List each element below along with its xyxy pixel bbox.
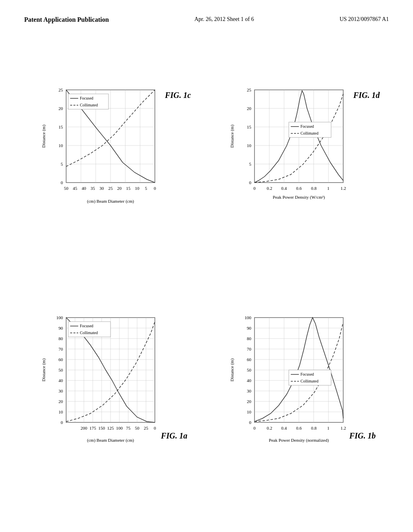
page-header: Patent Application Publication Apr. 26, …: [24, 16, 389, 23]
svg-text:90: 90: [58, 326, 63, 330]
svg-text:Collimated: Collimated: [300, 131, 318, 135]
svg-text:100: 100: [56, 315, 63, 320]
svg-text:90: 90: [247, 326, 252, 330]
svg-text:100: 100: [116, 426, 123, 430]
svg-text:0: 0: [249, 420, 251, 425]
svg-text:75: 75: [126, 426, 131, 430]
svg-text:40: 40: [81, 186, 86, 191]
svg-text:25: 25: [108, 186, 113, 191]
svg-text:Distance (m): Distance (m): [41, 125, 46, 148]
svg-text:200: 200: [80, 426, 87, 430]
svg-text:40: 40: [58, 378, 63, 383]
svg-text:Focused: Focused: [80, 324, 93, 328]
svg-text:50: 50: [247, 368, 252, 372]
svg-text:5: 5: [60, 162, 63, 166]
chart-fig1a: 0 10 20 30 40 50 60 70 80 90 100 0 25 50…: [24, 269, 200, 495]
svg-text:30: 30: [99, 186, 104, 191]
svg-text:0.2: 0.2: [267, 186, 272, 191]
svg-text:Distance (m): Distance (m): [41, 358, 46, 381]
svg-text:0: 0: [60, 420, 63, 425]
svg-text:Focused: Focused: [300, 124, 314, 129]
svg-text:30: 30: [247, 389, 252, 393]
publication-title: Patent Application Publication: [24, 16, 109, 23]
svg-text:0: 0: [253, 186, 256, 191]
svg-text:150: 150: [98, 426, 105, 430]
svg-text:10: 10: [58, 409, 63, 414]
svg-text:0: 0: [249, 180, 251, 185]
svg-text:25: 25: [58, 87, 63, 92]
page: Patent Application Publication Apr. 26, …: [0, 0, 413, 532]
svg-text:Collimated: Collimated: [80, 330, 98, 335]
svg-text:60: 60: [58, 357, 63, 362]
svg-text:FIG. 1d: FIG. 1d: [353, 91, 380, 100]
svg-text:40: 40: [247, 378, 252, 383]
svg-text:80: 80: [247, 336, 252, 341]
svg-text:35: 35: [90, 186, 95, 191]
svg-text:15: 15: [58, 125, 63, 129]
svg-text:30: 30: [58, 389, 63, 393]
svg-text:Focused: Focused: [300, 372, 314, 376]
svg-text:20: 20: [247, 106, 252, 111]
svg-text:125: 125: [107, 426, 114, 430]
charts-grid: 0 5 10 15 20 25 0 5 10 15 20 25 30 35 40…: [24, 35, 389, 495]
svg-text:FIG. 1b: FIG. 1b: [349, 431, 376, 440]
svg-text:80: 80: [58, 336, 63, 341]
svg-text:0.4: 0.4: [281, 186, 287, 191]
svg-text:20: 20: [247, 399, 252, 404]
svg-text:20: 20: [117, 186, 122, 191]
svg-text:15: 15: [126, 186, 131, 191]
svg-text:(cm) Beam Diameter (cm): (cm) Beam Diameter (cm): [87, 199, 134, 204]
svg-text:0.8: 0.8: [311, 426, 317, 430]
svg-text:0.6: 0.6: [296, 426, 302, 430]
svg-text:25: 25: [144, 426, 148, 430]
svg-text:10: 10: [135, 186, 140, 191]
svg-text:10: 10: [247, 143, 252, 148]
svg-text:70: 70: [247, 347, 252, 351]
chart-fig1c: 0 5 10 15 20 25 0 5 10 15 20 25 30 35 40…: [24, 35, 200, 261]
svg-text:0.2: 0.2: [267, 426, 272, 430]
svg-text:10: 10: [58, 143, 63, 148]
svg-text:0.6: 0.6: [296, 186, 302, 191]
svg-text:Distance (m): Distance (m): [229, 125, 235, 148]
svg-text:15: 15: [247, 125, 252, 129]
chart-fig1b: 0 10 20 30 40 50 60 70 80 90 100 0 0.2 0…: [213, 269, 389, 495]
svg-text:5: 5: [249, 162, 251, 166]
svg-text:70: 70: [58, 347, 63, 351]
svg-text:0: 0: [154, 186, 156, 191]
svg-text:20: 20: [58, 399, 63, 404]
publication-date: Apr. 26, 2012 Sheet 1 of 6: [194, 16, 254, 23]
svg-text:Distance (m): Distance (m): [229, 358, 235, 381]
svg-text:1: 1: [327, 426, 330, 430]
svg-text:0: 0: [154, 426, 156, 430]
svg-text:Peak Power Density (W/cm²): Peak Power Density (W/cm²): [273, 195, 325, 200]
svg-text:0.8: 0.8: [311, 186, 317, 191]
svg-text:60: 60: [247, 357, 252, 362]
svg-text:100: 100: [244, 315, 251, 320]
svg-text:25: 25: [247, 87, 252, 92]
svg-text:FIG. 1a: FIG. 1a: [161, 431, 188, 440]
svg-text:1.2: 1.2: [340, 186, 346, 191]
svg-text:0: 0: [253, 426, 256, 430]
chart-fig1d: 0 5 10 15 20 25 0 0.2 0.4 0.6 0.8 1 1.2 …: [213, 35, 389, 261]
svg-text:Collimated: Collimated: [300, 379, 318, 383]
svg-text:Focused: Focused: [80, 96, 93, 100]
svg-text:175: 175: [89, 426, 96, 430]
svg-text:10: 10: [247, 409, 252, 414]
svg-text:5: 5: [145, 186, 147, 191]
svg-text:Peak Power Density (normalized: Peak Power Density (normalized): [269, 438, 329, 443]
svg-text:50: 50: [64, 186, 69, 191]
svg-text:FIG. 1c: FIG. 1c: [165, 91, 191, 100]
svg-text:45: 45: [73, 186, 77, 191]
svg-text:50: 50: [58, 368, 63, 372]
svg-text:Collimated: Collimated: [80, 103, 98, 107]
patent-number: US 2012/0097867 A1: [340, 16, 389, 23]
svg-text:50: 50: [135, 426, 140, 430]
svg-text:0: 0: [60, 180, 63, 185]
svg-text:0.4: 0.4: [281, 426, 287, 430]
svg-text:1: 1: [327, 186, 330, 191]
svg-text:20: 20: [58, 106, 63, 111]
svg-text:(cm) Beam Diameter (cm): (cm) Beam Diameter (cm): [87, 438, 134, 443]
svg-text:1.2: 1.2: [340, 426, 346, 430]
